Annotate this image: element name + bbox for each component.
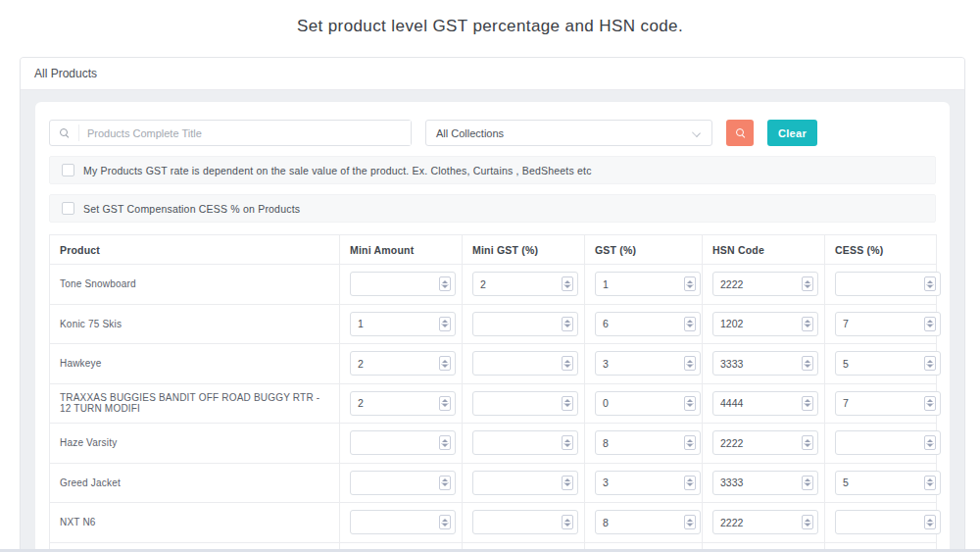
magnifier-icon (736, 128, 745, 137)
number-stepper-icon[interactable] (684, 317, 696, 331)
product-name: Tone Snowboard (50, 265, 340, 305)
products-table: Product Mini Amount Mini GST (%) GST (%)… (49, 234, 937, 552)
gst-dependent-label: My Products GST rate is dependent on the… (83, 165, 592, 176)
product-search-box (49, 120, 412, 146)
number-stepper-icon[interactable] (802, 396, 813, 411)
table-row: Greed Jacket (50, 463, 937, 503)
product-name: Haze Varsity (50, 424, 340, 464)
col-product: Product (50, 235, 340, 265)
cess-row: Set GST Compensation CESS % on Products (49, 194, 936, 223)
number-stepper-icon[interactable] (439, 435, 451, 450)
number-stepper-icon[interactable] (684, 276, 696, 291)
table-row: TRAXXAS BUGGIES BANDIT OFF ROAD BUGGY RT… (50, 383, 937, 424)
search-button[interactable] (726, 120, 754, 146)
card-body: All Collections Clear My Products GST ra… (21, 90, 964, 552)
number-stepper-icon[interactable] (802, 435, 813, 450)
number-stepper-icon[interactable] (924, 396, 936, 411)
table-row: Hawkeye (50, 344, 937, 384)
collections-select[interactable]: All Collections (425, 120, 712, 146)
chevron-down-icon (692, 128, 701, 137)
number-stepper-icon[interactable] (562, 515, 573, 529)
number-stepper-icon[interactable] (684, 515, 696, 529)
number-stepper-icon[interactable] (924, 515, 936, 529)
col-hsn: HSN Code (703, 235, 825, 265)
gst-dependent-checkbox[interactable] (62, 164, 74, 176)
product-name: Hawkeye (50, 344, 340, 384)
product-name: Greed Jacket (50, 463, 340, 503)
page-title: Set product level GST percentage and HSN… (0, 17, 980, 36)
number-stepper-icon[interactable] (684, 435, 696, 450)
number-stepper-icon[interactable] (562, 396, 573, 411)
number-stepper-icon[interactable] (562, 435, 573, 450)
product-name: Konic 75 Skis (50, 304, 340, 344)
number-stepper-icon[interactable] (924, 276, 936, 291)
table-row: Haze Varsity (50, 424, 937, 464)
number-stepper-icon[interactable] (439, 317, 451, 331)
search-row: All Collections Clear (49, 120, 936, 146)
number-stepper-icon[interactable] (439, 396, 451, 411)
cess-checkbox[interactable] (62, 202, 74, 215)
col-gst: GST (%) (585, 235, 703, 265)
table-header-row: Product Mini Amount Mini GST (%) GST (%)… (50, 235, 937, 265)
gst-dependent-row: My Products GST rate is dependent on the… (49, 156, 936, 184)
number-stepper-icon[interactable] (562, 276, 573, 291)
number-stepper-icon[interactable] (684, 356, 696, 371)
table-row: Konic 75 Skis (50, 304, 937, 344)
table-row: NXT N6 (50, 503, 937, 543)
all-products-card: All Products All Collections Clear My Pr… (20, 57, 965, 552)
number-stepper-icon[interactable] (684, 396, 696, 411)
col-mini-gst: Mini GST (%) (463, 235, 585, 265)
clear-button[interactable]: Clear (767, 120, 817, 146)
table-row: Tone Snowboard (50, 265, 937, 305)
number-stepper-icon[interactable] (562, 356, 573, 371)
number-stepper-icon[interactable] (802, 276, 813, 291)
number-stepper-icon[interactable] (562, 317, 573, 331)
number-stepper-icon[interactable] (802, 317, 813, 331)
number-stepper-icon[interactable] (924, 317, 936, 331)
number-stepper-icon[interactable] (924, 435, 936, 450)
number-stepper-icon[interactable] (684, 476, 696, 490)
number-stepper-icon[interactable] (802, 515, 813, 529)
number-stepper-icon[interactable] (439, 276, 451, 291)
search-icon (50, 125, 79, 141)
content-panel: All Collections Clear My Products GST ra… (35, 102, 950, 552)
product-title-search-input[interactable] (79, 121, 411, 145)
number-stepper-icon[interactable] (802, 356, 813, 371)
number-stepper-icon[interactable] (562, 476, 573, 490)
cess-label: Set GST Compensation CESS % on Products (83, 203, 300, 215)
product-name: NXT N6 (50, 503, 340, 543)
product-name: TRAXXAS BUGGIES BANDIT OFF ROAD BUGGY RT… (50, 383, 340, 424)
number-stepper-icon[interactable] (924, 356, 936, 371)
collections-select-value: All Collections (436, 127, 504, 139)
number-stepper-icon[interactable] (439, 476, 451, 490)
col-cess: CESS (%) (825, 235, 937, 265)
number-stepper-icon[interactable] (924, 476, 936, 490)
number-stepper-icon[interactable] (802, 476, 813, 490)
number-stepper-icon[interactable] (439, 356, 451, 371)
table-body: Tone Snowboard Konic 75 Skis Hawkeye (50, 265, 937, 552)
number-stepper-icon[interactable] (439, 515, 451, 529)
col-mini-amount: Mini Amount (340, 235, 463, 265)
card-header: All Products (21, 58, 964, 90)
